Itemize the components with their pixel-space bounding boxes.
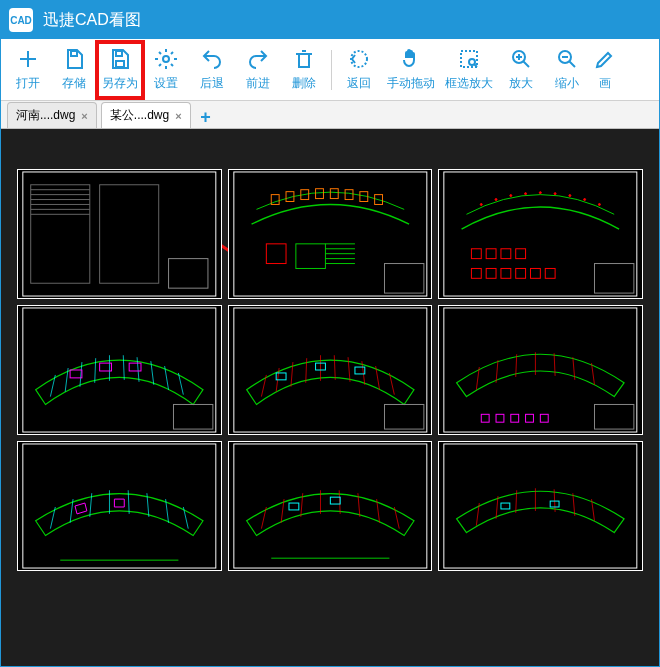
save-as-label: 另存为 — [102, 75, 138, 92]
svg-point-5 — [163, 56, 169, 62]
zoom-out-icon — [555, 47, 579, 71]
svg-line-15 — [569, 61, 575, 67]
zoom-in-icon — [509, 47, 533, 71]
svg-rect-109 — [541, 414, 549, 422]
pan-button[interactable]: 手动拖动 — [382, 42, 440, 98]
svg-rect-82 — [233, 308, 426, 432]
trash-icon — [292, 47, 316, 71]
zoom-window-button[interactable]: 框选放大 — [440, 42, 498, 98]
drawing-sheet[interactable] — [228, 169, 433, 299]
svg-rect-18 — [23, 172, 216, 296]
redo-icon — [246, 47, 270, 71]
close-icon[interactable]: × — [175, 110, 181, 122]
toolbar-separator — [331, 50, 332, 90]
svg-rect-59 — [516, 249, 526, 259]
pan-label: 手动拖动 — [387, 75, 435, 92]
svg-rect-110 — [595, 404, 634, 429]
title-bar: CAD 迅捷CAD看图 — [1, 1, 659, 39]
svg-point-53 — [569, 195, 571, 197]
drawing-sheet[interactable]: - - - - - - — [17, 169, 222, 299]
draw-button[interactable]: 画 — [590, 42, 620, 98]
svg-point-54 — [584, 199, 586, 201]
svg-rect-3 — [116, 51, 122, 56]
svg-rect-141 — [501, 503, 510, 509]
svg-rect-28 — [169, 259, 208, 289]
svg-rect-81 — [173, 404, 212, 429]
svg-rect-57 — [487, 249, 497, 259]
svg-rect-33 — [315, 189, 323, 199]
svg-rect-65 — [546, 268, 556, 278]
svg-rect-21 — [100, 185, 159, 283]
save-as-button[interactable]: 另存为 — [97, 42, 143, 98]
return-label: 返回 — [347, 75, 371, 92]
svg-rect-58 — [501, 249, 511, 259]
pencil-icon — [593, 47, 617, 71]
plus-icon — [16, 47, 40, 71]
svg-line-102 — [554, 353, 555, 376]
svg-rect-96 — [384, 404, 423, 429]
svg-point-52 — [554, 193, 556, 195]
drawing-sheet[interactable] — [228, 441, 433, 571]
svg-rect-80 — [129, 363, 141, 371]
svg-text:- - - - - -: - - - - - - — [90, 178, 97, 180]
svg-rect-107 — [511, 414, 519, 422]
return-button[interactable]: 返回 — [336, 42, 382, 98]
hand-icon — [399, 47, 423, 71]
svg-line-135 — [496, 496, 498, 519]
settings-button[interactable]: 设置 — [143, 42, 189, 98]
zoom-out-label: 缩小 — [555, 75, 579, 92]
drawing-sheet[interactable] — [438, 169, 643, 299]
svg-point-6 — [351, 51, 367, 67]
svg-rect-39 — [296, 244, 326, 269]
drawing-sheet[interactable] — [438, 441, 643, 571]
drawing-sheet[interactable] — [17, 441, 222, 571]
save-icon — [62, 47, 86, 71]
drawing-canvas[interactable]: - - - - - - — [1, 129, 659, 666]
svg-rect-62 — [501, 268, 511, 278]
drawing-sheet[interactable] — [17, 305, 222, 435]
undo-icon — [200, 47, 224, 71]
tab-document-1[interactable]: 河南....dwg × — [7, 102, 97, 128]
delete-label: 删除 — [292, 75, 316, 92]
delete-button[interactable]: 删除 — [281, 42, 327, 98]
svg-point-48 — [495, 199, 497, 201]
draw-label: 画 — [599, 75, 611, 92]
add-tab-button[interactable]: + — [195, 106, 217, 128]
svg-rect-97 — [444, 308, 637, 432]
drawing-sheet[interactable] — [438, 305, 643, 435]
svg-rect-35 — [345, 190, 353, 200]
close-icon[interactable]: × — [81, 110, 87, 122]
svg-rect-64 — [531, 268, 541, 278]
svg-rect-56 — [472, 249, 482, 259]
zoom-window-icon — [457, 47, 481, 71]
svg-rect-78 — [70, 370, 82, 378]
return-arrow-icon — [347, 47, 371, 71]
save-button[interactable]: 存储 — [51, 42, 97, 98]
tab-document-2[interactable]: 某公....dwg × — [101, 102, 191, 128]
open-button[interactable]: 打开 — [5, 42, 51, 98]
zoom-in-label: 放大 — [509, 75, 533, 92]
svg-point-50 — [525, 193, 527, 195]
back-button[interactable]: 后退 — [189, 42, 235, 98]
svg-rect-61 — [487, 268, 497, 278]
zoom-out-button[interactable]: 缩小 — [544, 42, 590, 98]
back-label: 后退 — [200, 75, 224, 92]
svg-line-11 — [523, 61, 529, 67]
svg-line-74 — [137, 357, 139, 382]
save-as-icon — [108, 47, 132, 71]
drawing-sheets-grid: - - - - - - — [17, 169, 643, 650]
save-label: 存储 — [62, 75, 86, 92]
svg-point-55 — [599, 203, 601, 205]
svg-rect-66 — [595, 264, 634, 294]
forward-button[interactable]: 前进 — [235, 42, 281, 98]
svg-line-89 — [348, 357, 350, 382]
app-title: 迅捷CAD看图 — [43, 10, 141, 31]
svg-rect-121 — [233, 444, 426, 568]
drawing-sheet[interactable] — [228, 305, 433, 435]
app-icon: CAD — [9, 8, 33, 32]
svg-rect-131 — [330, 497, 340, 504]
settings-label: 设置 — [154, 75, 178, 92]
svg-rect-130 — [289, 503, 299, 510]
zoom-window-label: 框选放大 — [445, 75, 493, 92]
zoom-in-button[interactable]: 放大 — [498, 42, 544, 98]
